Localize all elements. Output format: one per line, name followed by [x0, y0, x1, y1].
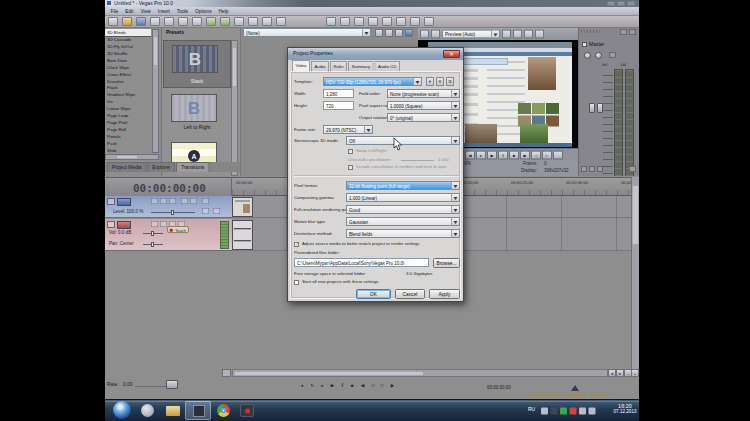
combo-arrow-icon[interactable]	[451, 90, 459, 97]
transition-item[interactable]: Clock Wipe	[105, 63, 151, 70]
scroll-right-icon[interactable]: ▸	[616, 369, 624, 377]
dialog-tab[interactable]: Ruler	[330, 61, 347, 71]
enable-snapping-icon[interactable]	[234, 17, 244, 26]
cut-icon[interactable]	[164, 17, 174, 26]
cancel-button[interactable]: Cancel	[395, 289, 425, 299]
external-monitor-icon[interactable]	[431, 30, 440, 39]
taskbar-steam-icon[interactable]	[137, 402, 159, 420]
scroll-thumb[interactable]	[116, 155, 138, 159]
dialog-tab[interactable]: Audio	[311, 61, 329, 71]
volume-icon[interactable]	[579, 408, 586, 415]
lock-envelopes-icon[interactable]	[262, 17, 272, 26]
par-combo[interactable]: 1.0000 (Square)	[387, 101, 460, 110]
pause-icon[interactable]	[498, 151, 508, 160]
combo-arrow-icon[interactable]	[451, 230, 459, 237]
new-project-icon[interactable]	[108, 17, 118, 26]
go-to-end-icon[interactable]	[520, 151, 530, 160]
transitions-v-scrollbar[interactable]	[152, 29, 159, 153]
video-track-header[interactable]: Level: 100.0 %	[105, 196, 232, 218]
paste-icon[interactable]	[192, 17, 202, 26]
start-button[interactable]	[113, 401, 131, 419]
zoom-edit-tool-icon[interactable]	[368, 17, 378, 26]
gamma-combo[interactable]: 1.000 (Linear)	[346, 193, 460, 202]
timecode-display[interactable]: 00:00:00;00	[105, 177, 232, 196]
transition-item[interactable]: 3D Shuffle	[105, 50, 151, 57]
open-project-icon[interactable]	[122, 17, 132, 26]
dialog-tab[interactable]: Audio CD	[375, 61, 400, 71]
solo-icon[interactable]	[190, 198, 197, 204]
automation-icon[interactable]	[169, 198, 176, 204]
transition-item[interactable]: Linear Wipe	[105, 105, 151, 112]
combo-arrow-icon[interactable]	[451, 137, 459, 144]
track-arm-icon[interactable]	[117, 221, 131, 229]
rate-slider-handle[interactable]	[166, 380, 178, 389]
lock-fader-icon[interactable]	[629, 166, 636, 172]
copy-icon[interactable]	[178, 17, 188, 26]
minimize-button[interactable]	[607, 1, 615, 6]
adjust-checkbox[interactable]	[294, 242, 299, 247]
dock-tab[interactable]: Project Media	[107, 162, 146, 172]
save-template-icon[interactable]: ▾	[426, 77, 434, 86]
record-icon[interactable]	[298, 380, 307, 390]
track-motion-icon[interactable]	[117, 198, 131, 206]
solo-button[interactable]	[595, 52, 602, 59]
pan-slider-handle[interactable]	[151, 242, 154, 247]
quality-combo[interactable]: Good	[346, 205, 460, 214]
dialog-tab[interactable]: Summary	[348, 61, 373, 71]
transition-item[interactable]: Slide	[105, 146, 151, 153]
downmix-icon[interactable]	[581, 166, 587, 172]
dock-pin-icon[interactable]	[620, 29, 627, 35]
play-icon[interactable]	[487, 151, 497, 160]
combo-arrow-icon[interactable]	[491, 31, 499, 38]
track-fx-icon[interactable]	[160, 198, 167, 204]
include-checkbox[interactable]	[348, 165, 353, 170]
swap-checkbox[interactable]	[348, 149, 353, 154]
auto-ripple-icon[interactable]	[248, 17, 258, 26]
rotation-combo[interactable]: 0° (original)	[387, 113, 460, 122]
mixer-icon[interactable]	[396, 17, 406, 26]
dim-icon[interactable]	[589, 166, 595, 172]
timeline-v-scrollbar[interactable]	[631, 177, 639, 369]
transition-item[interactable]: Page Roll	[105, 126, 151, 133]
video-preview-icon[interactable]	[410, 17, 420, 26]
transition-item[interactable]: Dissolve	[105, 77, 151, 84]
fx-bypass-icon[interactable]	[375, 29, 383, 37]
grid-icon[interactable]	[524, 30, 533, 39]
network-icon[interactable]	[589, 408, 596, 415]
master-fader-left[interactable]	[589, 103, 595, 113]
track-fx-icon[interactable]	[160, 221, 167, 227]
ok-button[interactable]: OK	[356, 289, 391, 299]
level-slider-handle[interactable]	[171, 210, 174, 215]
folder-field[interactable]: C:\Users\Мурат\AppData\Local\Sony\Vegas …	[294, 258, 429, 267]
fx-remove-icon[interactable]	[395, 29, 403, 37]
mute-icon[interactable]	[181, 198, 188, 204]
envelope-edit-tool-icon[interactable]	[340, 17, 350, 26]
update-icon[interactable]	[570, 408, 577, 415]
menu-item[interactable]: Insert	[154, 7, 173, 15]
combo-arrow-icon[interactable]	[413, 78, 421, 85]
taskbar-chrome-icon[interactable]	[213, 402, 235, 420]
menu-item[interactable]: Options	[192, 7, 216, 15]
start-checkbox[interactable]	[294, 280, 299, 285]
preview-quality-combo[interactable]: Preview (Auto)	[442, 30, 500, 39]
audio-track-header[interactable]: Vol: 0.0 dB Touch Pan: Center	[105, 219, 232, 251]
crosstalk-slider[interactable]	[401, 160, 434, 161]
menu-item[interactable]: Edit	[122, 7, 137, 15]
menu-item[interactable]: Tools	[173, 7, 191, 15]
selection-edit-tool-icon[interactable]	[354, 17, 364, 26]
deinterlace-combo[interactable]: Blend fields	[346, 229, 460, 238]
transition-item[interactable]: Iris	[105, 98, 151, 105]
combo-arrow-icon[interactable]	[451, 206, 459, 213]
more-icon[interactable]	[202, 208, 209, 214]
match-media-icon[interactable]: ⧉	[446, 77, 454, 86]
scroll-left-icon[interactable]: ◂	[608, 369, 616, 377]
bypass-fx-icon[interactable]	[151, 198, 158, 204]
fx-edit-icon[interactable]	[385, 29, 393, 37]
redo-icon[interactable]	[220, 17, 230, 26]
transition-item[interactable]: Flash	[105, 84, 151, 91]
field-order-combo[interactable]: None (progressive scan)	[387, 89, 460, 98]
project-properties-icon[interactable]	[150, 17, 160, 26]
previous-frame-icon[interactable]	[531, 151, 541, 160]
recorder-tray-icon[interactable]	[551, 408, 558, 415]
next-frame-icon[interactable]	[542, 151, 552, 160]
